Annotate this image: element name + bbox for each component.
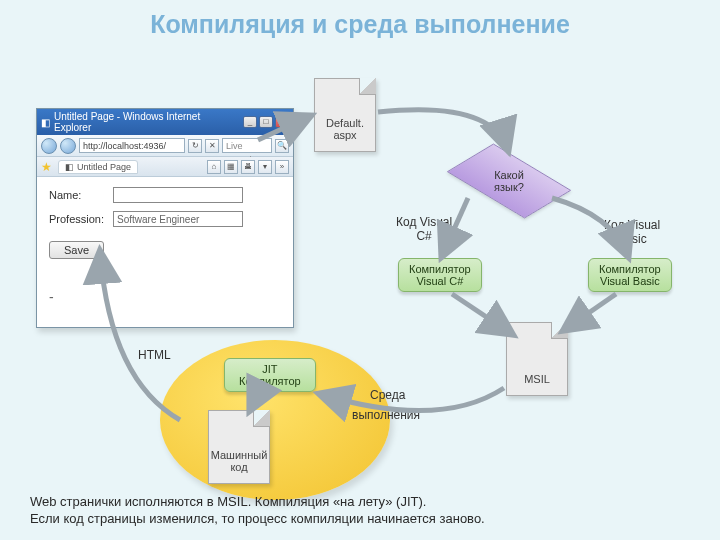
doc-default-aspx: Default. aspx (314, 78, 376, 152)
profession-label: Profession: (49, 213, 113, 225)
tab-label: Untitled Page (77, 162, 131, 172)
name-label: Name: (49, 189, 113, 201)
minimize-button[interactable]: _ (243, 116, 257, 128)
address-bar[interactable]: http://localhost:4936/ (79, 138, 185, 153)
page-content: Name: Profession: Save - (37, 177, 293, 327)
compiler-vb: Компилятор Visual Basic (588, 258, 672, 292)
refresh-button[interactable]: ↻ (188, 139, 202, 153)
branch-csharp-label: Код Visual C# (396, 215, 452, 243)
maximize-button[interactable]: □ (259, 116, 273, 128)
compiler-csharp: Компилятор Visual C# (398, 258, 482, 292)
doc-msil-label: MSIL (507, 373, 567, 385)
page-menu[interactable]: ▾ (258, 160, 272, 174)
html-label: HTML (138, 348, 171, 362)
footer-text: Web странички исполняются в MSIL. Компил… (30, 494, 690, 528)
doc-msil: MSIL (506, 322, 568, 396)
home-button[interactable]: ⌂ (207, 160, 221, 174)
stop-button[interactable]: ✕ (205, 139, 219, 153)
slide-title: Компиляция и среда выполнение (0, 10, 720, 39)
decision-label: Какой язык? (454, 148, 564, 214)
doc-machine-code: Машинный код (208, 410, 270, 484)
tab-icon: ◧ (65, 162, 74, 172)
runtime-label-1: Среда (370, 388, 405, 402)
search-button[interactable]: 🔍 (275, 139, 289, 153)
nav-toolbar: http://localhost:4936/ ↻ ✕ Live Search 🔍 (37, 135, 293, 157)
runtime-label-2: выполнения (352, 408, 420, 422)
browser-title: Untitled Page - Windows Internet Explore… (54, 111, 239, 133)
page-icon: ◧ (41, 117, 50, 128)
footer-line-2: Если код страницы изменился, то процесс … (30, 511, 485, 526)
profession-field[interactable] (113, 211, 243, 227)
doc-default-aspx-label: Default. aspx (315, 117, 375, 141)
close-button[interactable]: ✕ (275, 116, 289, 128)
print-button[interactable]: 🖶 (241, 160, 255, 174)
tab-bar: ★ ◧ Untitled Page ⌂ ▦ 🖶 ▾ » (37, 157, 293, 177)
back-button[interactable] (41, 138, 57, 154)
doc-machine-code-label: Машинный код (209, 449, 269, 473)
footer-line-1: Web странички исполняются в MSIL. Компил… (30, 494, 426, 509)
name-field[interactable] (113, 187, 243, 203)
jit-compiler: JIT Компилятор (224, 358, 316, 392)
branch-vb-label: Код Visual Basic (604, 218, 660, 246)
forward-button[interactable] (60, 138, 76, 154)
feeds-button[interactable]: ▦ (224, 160, 238, 174)
browser-window: ◧ Untitled Page - Windows Internet Explo… (36, 108, 294, 328)
search-box[interactable]: Live Search (222, 138, 272, 153)
browser-tab[interactable]: ◧ Untitled Page (58, 160, 138, 174)
browser-titlebar: ◧ Untitled Page - Windows Internet Explo… (37, 109, 293, 135)
tools-menu[interactable]: » (275, 160, 289, 174)
save-button[interactable]: Save (49, 241, 104, 259)
decision-language: Какой язык? (454, 148, 564, 214)
favorites-icon[interactable]: ★ (41, 160, 52, 174)
